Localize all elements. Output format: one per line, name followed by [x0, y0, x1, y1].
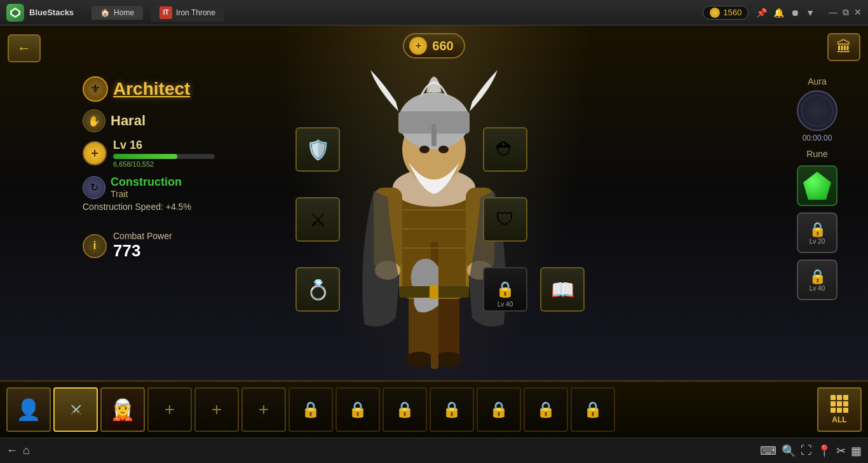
add-hero-slot-3[interactable]: + — [241, 387, 286, 432]
hero-lock-icon-4: 🔒 — [442, 401, 461, 418]
svg-rect-22 — [430, 285, 438, 299]
taskbar-menu-icon[interactable]: ▦ — [851, 444, 862, 458]
hero-title[interactable]: Architect — [113, 79, 190, 99]
tab-game[interactable]: IT Iron Throne — [151, 4, 224, 22]
minimize-button[interactable]: — — [829, 7, 837, 18]
back-icon: ← — [17, 40, 31, 57]
titlebar: BlueStacks 🏠 Home IT Iron Throne 1560 📌 … — [0, 0, 868, 25]
tab-game-label: Iron Throne — [176, 8, 215, 17]
trait-description: Construction Speed: +4.5% — [83, 202, 254, 212]
trait-info: Construction Trait — [111, 176, 182, 199]
level-info: Lv 16 6,658/10,552 — [113, 139, 254, 168]
rune-lock-icon-1: 🔒 — [809, 221, 826, 238]
add-hero-slot-2[interactable]: + — [194, 387, 239, 432]
level-plus-button[interactable]: + — [83, 141, 107, 165]
taskbar-fullscreen-icon[interactable]: ⛶ — [801, 444, 812, 457]
tab-home[interactable]: 🏠 Home — [92, 6, 143, 20]
chest-icon: 🛡️ — [306, 139, 330, 161]
trait-row: ↻ Construction Trait — [83, 176, 254, 199]
home-icon: 🏠 — [100, 8, 110, 17]
aura-circle[interactable] — [797, 90, 837, 131]
taskbar: ← ⌂ ⌨ 🔍 ⛶ 📍 ✂ ▦ — [0, 438, 868, 463]
taskbar-scissors-icon[interactable]: ✂ — [836, 444, 846, 458]
aura-label: Aura — [797, 76, 837, 86]
titlebar-right: 1560 📌 🔔 ⏺ ▼ — ⧉ ✕ — [703, 6, 862, 20]
locked-slot-2[interactable]: 📖 — [540, 267, 585, 312]
hero-lock-icon-6: 🔒 — [536, 401, 555, 418]
building-button[interactable]: 🏛 — [827, 33, 860, 61]
hero-thumb-1[interactable]: 👤 — [6, 387, 51, 432]
locked-hero-slot-6[interactable]: 🔒 — [524, 387, 568, 432]
rune-locked-slot-1[interactable]: 🔒 Lv 20 — [797, 212, 837, 253]
shield-slot[interactable]: 🛡 — [483, 197, 527, 242]
rune-locked-slot-2[interactable]: 🔒 Lv 40 — [797, 259, 837, 300]
restore-button[interactable]: ⧉ — [843, 7, 849, 18]
weapon-slot[interactable]: ⚔ — [295, 197, 340, 242]
rune-active-slot[interactable] — [797, 165, 837, 206]
taskbar-home-icon[interactable]: ⌂ — [23, 444, 30, 457]
locked-hero-slot-4[interactable]: 🔒 — [430, 387, 474, 432]
svg-point-4 — [405, 352, 433, 367]
app-name: BlueStacks — [29, 8, 74, 17]
refresh-icon: ↻ — [90, 181, 98, 193]
rune-label: Rune — [806, 149, 827, 159]
chest-slot[interactable]: 🛡️ — [295, 127, 340, 172]
info-button[interactable]: i — [83, 234, 107, 258]
back-button[interactable]: ← — [8, 31, 41, 62]
hero-thumb-3[interactable]: 🧝 — [100, 387, 145, 432]
helmet-slot[interactable]: ⛑ — [483, 127, 527, 172]
name-icon: ✋ — [83, 109, 105, 132]
taskbar-right-icons: ⌨ 🔍 ⛶ 📍 ✂ ▦ — [760, 444, 862, 458]
points-badge: 1560 — [703, 6, 749, 20]
hero-lock-icon-5: 🔒 — [489, 401, 508, 418]
add-icon-2: + — [212, 399, 222, 420]
locked-hero-slot-7[interactable]: 🔒 — [571, 387, 615, 432]
all-button[interactable]: ALL — [817, 387, 862, 432]
hero-3-portrait: 🧝 — [102, 389, 144, 431]
ring-slot[interactable]: 💍 — [295, 267, 340, 312]
hero-thumb-2-active[interactable]: ⚔️ — [53, 387, 98, 432]
locked-hero-slot-3[interactable]: 🔒 — [383, 387, 427, 432]
hero-title-row: ⚜ Architect — [83, 76, 254, 102]
xp-text: 6,658/10,552 — [113, 160, 254, 168]
hero-name: Haral — [111, 113, 146, 129]
lock-icon-1: 🔒 — [496, 280, 515, 298]
taskbar-location-icon[interactable]: 📍 — [817, 444, 831, 458]
bluestacks-logo — [6, 4, 24, 22]
hero-1-portrait: 👤 — [8, 389, 50, 431]
points-value: 1560 — [723, 8, 742, 17]
trait-label: Trait — [111, 189, 182, 199]
game-area: ← + 660 🏛 ⚜ Architect ✋ — [0, 25, 868, 438]
bell-icon[interactable]: 🔔 — [773, 8, 784, 18]
building-icon: 🏛 — [836, 38, 851, 56]
share-icon[interactable]: ▼ — [806, 8, 815, 18]
record-icon[interactable]: ⏺ — [790, 8, 799, 18]
close-button[interactable]: ✕ — [854, 7, 862, 18]
bottom-bar: 👤 ⚔️ 🧝 + + + 🔒 🔒 🔒 🔒 — [0, 380, 868, 438]
hero-lock-icon-3: 🔒 — [395, 401, 414, 418]
title-emblem: ⚜ — [83, 76, 108, 102]
rune-lock-level-2: Lv 40 — [810, 285, 825, 292]
shield-icon: 🛡 — [496, 209, 515, 230]
emblem-icon: ⚜ — [90, 82, 100, 96]
combat-label: Combat Power — [113, 231, 172, 241]
xp-bar-fill — [113, 154, 177, 159]
combat-value: 773 — [113, 241, 172, 261]
locked-slot-1[interactable]: 🔒 Lv 40 — [483, 267, 527, 312]
taskbar-keyboard-icon[interactable]: ⌨ — [760, 444, 776, 458]
locked-hero-slot-1[interactable]: 🔒 — [288, 387, 333, 432]
titlebar-left: BlueStacks 🏠 Home IT Iron Throne — [6, 4, 224, 22]
pin-icon[interactable]: 📌 — [756, 8, 767, 18]
locked-hero-slot-2[interactable]: 🔒 — [336, 387, 380, 432]
level-row: + Lv 16 6,658/10,552 — [83, 139, 254, 168]
trait-name: Construction — [111, 176, 182, 189]
all-grid-icon — [831, 395, 848, 413]
aura-inner — [801, 95, 833, 127]
add-hero-slot-1[interactable]: + — [147, 387, 192, 432]
taskbar-back-icon[interactable]: ← — [6, 444, 18, 457]
right-panel: Aura 00:00:00 Rune 🔒 Lv 20 🔒 Lv 40 — [779, 76, 855, 300]
locked-hero-slot-5[interactable]: 🔒 — [477, 387, 521, 432]
trait-icon: ↻ — [83, 176, 105, 199]
taskbar-search-icon[interactable]: 🔍 — [782, 444, 796, 458]
ring-icon: 💍 — [306, 279, 330, 301]
